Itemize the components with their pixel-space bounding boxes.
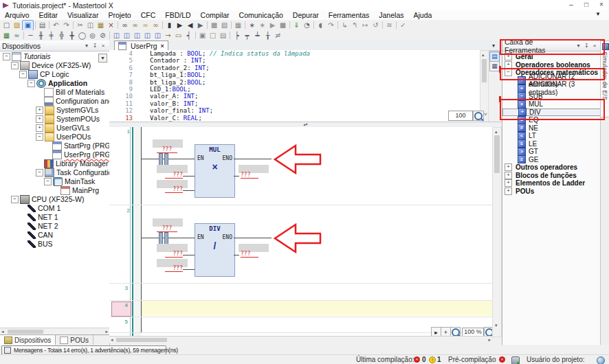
input-operand[interactable]: ??? [165, 251, 183, 258]
cut-icon[interactable]: ✂ [75, 21, 85, 30]
insert-empty-box-icon[interactable]: □ [208, 31, 218, 41]
toolbox-item-ge[interactable]: ≥GE [502, 156, 601, 164]
toolbox-item-adicionar-3-entradas-[interactable]: +ADICIONAR (3 entradas) [502, 84, 601, 93]
table-view-button[interactable]: ▦ [489, 61, 500, 71]
toolbox-item-mul[interactable]: ×MUL [502, 100, 601, 109]
declaration-line-12[interactable]: 12valor_final: INT; [109, 107, 480, 114]
find-icon[interactable]: ∞ [120, 21, 130, 30]
menu-editar[interactable]: Editar [34, 10, 63, 20]
tree-expander-icon[interactable]: − [44, 178, 52, 185]
toolbox-item-eq[interactable]: =EQ [502, 116, 601, 124]
group-expander-icon[interactable]: + [505, 187, 512, 195]
close-button[interactable]: × [594, 0, 609, 10]
undo-icon[interactable]: ↶ [51, 21, 61, 30]
paste-icon[interactable]: ▦ [96, 21, 106, 30]
tree-item-usergvls[interactable]: +UserGVLs [0, 124, 109, 133]
insert-function-block-icon[interactable]: ◫ [153, 31, 163, 41]
compile-all-icon[interactable]: ∗ [257, 21, 267, 30]
declaration-line-7[interactable]: 7bt_liga_1:BOOL; [109, 71, 480, 78]
declaration-zoom-icon[interactable] [473, 111, 484, 121]
tab-pous[interactable]: POUs [56, 335, 93, 345]
open-project-icon[interactable]: ▨ [12, 21, 22, 30]
toolbox-group-geral[interactable]: +Geral [502, 53, 601, 61]
insert-coil-icon[interactable]: ◯ [77, 31, 87, 41]
bookmark-icon[interactable]: ▮ [164, 21, 175, 30]
insert-box-icon[interactable]: ▣ [197, 31, 208, 41]
tree-expander-icon[interactable]: − [11, 196, 19, 203]
tree-item-configuration-and-consumpt[interactable]: Configuration and Consumpt [0, 97, 109, 106]
tree-item-task-configuration[interactable]: −Task Configuration [0, 168, 109, 177]
declaration-line-9[interactable]: 9LED_1:BOOL; [109, 86, 480, 93]
mul-block[interactable]: MUL EN ENO × [195, 144, 235, 198]
simulator-side-tab[interactable]: Simulador de E/S [601, 41, 609, 117]
delete-icon[interactable]: × [106, 21, 116, 30]
scroll-up-icon[interactable]: ▴ [482, 52, 485, 58]
declaration-line-13[interactable]: 13Valor_C: REAL; [109, 115, 480, 122]
toolbox-group-elementos-de-ladder[interactable]: +Elementos de Ladder [502, 179, 601, 187]
step-out-icon[interactable]: ↰ [350, 21, 360, 30]
tree-item-bill-of-materials[interactable]: Bill of Materials [0, 88, 109, 97]
tab-close-icon[interactable]: × [161, 43, 164, 49]
scroll-down-icon[interactable]: ▾ [495, 322, 498, 329]
toolbox-item-gt[interactable]: >GT [502, 148, 601, 156]
insert-rising-edge-icon[interactable]: ╁ [263, 31, 273, 41]
insert-network-icon[interactable]: ▦ [1, 31, 12, 41]
contact-operand[interactable]: ??? [157, 225, 177, 232]
insert-negated-contact-icon[interactable]: ╬ [56, 31, 67, 41]
ladder-vscrollbar[interactable]: ▴ ▾ [492, 127, 502, 337]
tree-item-cpu-xf325-w-[interactable]: −CPU (XF325-W) [0, 195, 109, 204]
declaration-line-6[interactable]: 6Contador_2: INT; [109, 65, 480, 71]
declaration-line-11[interactable]: 11valor_B: INT; [109, 100, 480, 107]
tab-dispositivos[interactable]: Dispositivos [0, 335, 56, 345]
ladder-rung-2[interactable]: 2 ??? DIV EN ENO / ??? ??? ??? [109, 206, 502, 285]
tab-list-dropdown-icon[interactable]: ▾ [492, 43, 495, 49]
output-operand[interactable]: ??? [241, 172, 258, 179]
print-icon[interactable]: ▤ [37, 21, 47, 30]
tree-item-systemgvls[interactable]: +SystemGVLs [0, 106, 109, 115]
output-operand[interactable]: ??? [241, 251, 258, 258]
tree-expander-icon[interactable]: + [36, 124, 43, 132]
devices-dropdown-icon[interactable]: ▾ [82, 43, 91, 49]
declaration-line-4[interactable]: 4Lampada : BOOL; // Indica status da lâm… [109, 50, 480, 57]
tree-item-net-2[interactable]: NET 2 [0, 222, 109, 231]
tree-item-mainprg[interactable]: MainPrg [0, 186, 109, 195]
toolbox-group-pous[interactable]: +POUs [502, 187, 601, 196]
insert-add-block-icon[interactable]: ◫ [132, 31, 142, 41]
scroll-thumb[interactable] [116, 338, 167, 342]
zoom-caret-icon[interactable]: ˅ [484, 111, 487, 117]
static-analysis-icon[interactable]: ✓ [398, 21, 408, 30]
insert-branch-icon[interactable]: ┝ [232, 31, 242, 41]
prev-bookmark-icon[interactable]: ◀ [185, 21, 195, 30]
tree-item-net-1[interactable]: NET 1 [0, 213, 109, 222]
next-bookmark-icon[interactable]: ▶ [175, 21, 185, 30]
menu-ajuda[interactable]: Ajuda [408, 10, 436, 20]
tree-item-systempous[interactable]: +SystemPOUs [0, 115, 109, 124]
insert-box-with-en-icon[interactable]: ▤ [218, 31, 228, 41]
declaration-editor[interactable]: 4Lampada : BOOL; // Indica status da lâm… [109, 50, 480, 122]
toolbox-group-blocos-de-fun-es[interactable]: +Blocos de funções [502, 172, 601, 180]
menu-arquivo[interactable]: Arquivo [0, 10, 34, 20]
toolbox-item-div[interactable]: ÷DIV [502, 109, 601, 117]
build-icon[interactable]: ▩ [209, 21, 219, 30]
tab-userprg[interactable]: UserPrg × [114, 41, 168, 50]
tree-expander-icon[interactable]: − [27, 80, 35, 87]
messages-bar[interactable]: Mensagens - Totais 14 erro(s), 1 advertê… [1, 345, 166, 355]
copy-icon[interactable]: ◫ [85, 21, 96, 30]
find-replace-icon[interactable]: ∞ [130, 21, 140, 30]
scroll-left-icon[interactable]: ◂ [111, 337, 113, 343]
insert-comment-icon[interactable]: ≈ [12, 31, 22, 41]
tree-expander-icon[interactable]: − [36, 169, 43, 177]
insert-sub-block-icon[interactable]: ◫ [142, 31, 153, 41]
compile-icon[interactable]: ∗ [247, 21, 257, 30]
insert-input-icon[interactable]: ┥ [184, 31, 194, 41]
tree-root-combo-icon[interactable]: ▼ [98, 54, 107, 62]
declaration-zoom-value[interactable]: 100 [448, 111, 473, 121]
toolbox-item-lt[interactable]: <LT [502, 132, 601, 140]
clear-bookmarks-icon[interactable]: ▶ [195, 21, 206, 30]
replace-in-project-icon[interactable]: ∞ [151, 21, 161, 30]
menu-visualizar[interactable]: Visualizar [63, 10, 103, 20]
rebuild-icon[interactable]: ▧ [219, 21, 230, 30]
menu-fbd-ld[interactable]: FBD/LD [160, 10, 195, 20]
run-to-cursor-icon[interactable]: ↦ [360, 21, 370, 30]
scroll-right-icon[interactable]: ▸ [488, 337, 491, 343]
